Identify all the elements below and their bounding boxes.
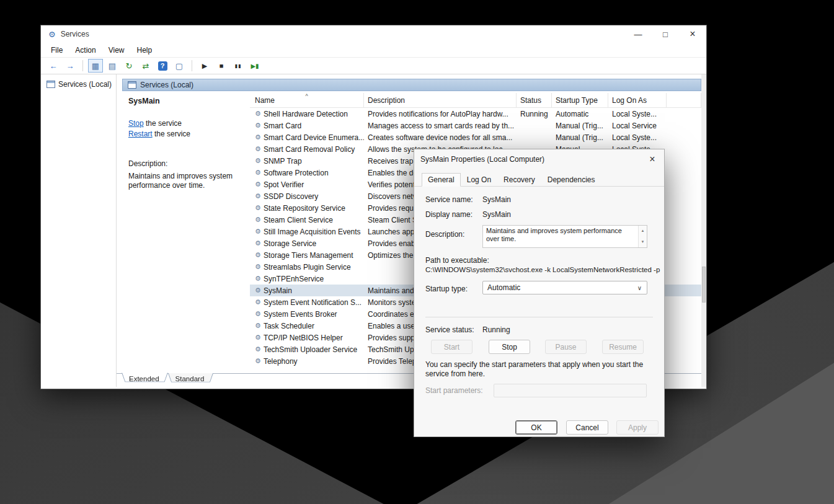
service-gear-icon: ⚙ [255,122,261,130]
tab-label: Extended [129,375,159,382]
table-cell: Local Syste... [608,110,667,118]
stop-service-suffix: the service [144,119,182,128]
panel-header-title: Services (Local) [140,81,193,89]
window-title: Services [61,30,89,38]
console-window-icon [47,81,55,88]
column-header-log-on-as[interactable]: Log On As [608,93,667,107]
start-button[interactable]: Start [431,340,472,354]
restart-service-icon[interactable]: ▶▮ [247,59,262,73]
cancel-button[interactable]: Cancel [566,420,608,435]
refresh-icon[interactable]: ↻ [122,59,136,73]
dialog-titlebar: SysMain Properties (Local Computer) × [414,149,664,169]
dialog-title: SysMain Properties (Local Computer) [420,155,544,164]
table-row[interactable]: ⚙Shell Hardware DetectionProvides notifi… [250,108,701,120]
startup-type-value: Automatic [487,283,520,292]
restart-service-line: Restart the service [128,130,244,138]
restart-service-link[interactable]: Restart [128,130,153,138]
service-gear-icon: ⚙ [255,286,261,294]
service-name-value: SysMain [482,195,511,204]
table-cell: Manual (Trig... [552,122,608,130]
stop-button[interactable]: Stop [489,340,530,354]
description-scrollbar[interactable]: ▲ ▼ [638,226,647,247]
vertical-scrollbar[interactable] [701,74,706,387]
service-gear-icon: ⚙ [255,275,261,283]
menu-view[interactable]: View [102,44,131,56]
column-header-label: Startup Type [556,96,598,105]
dialog-close-icon[interactable]: × [641,149,664,169]
service-gear-icon: ⚙ [255,204,261,212]
table-cell: ⚙Software Protection [250,169,364,177]
service-gear-icon: ⚙ [255,157,261,165]
scrollbar-thumb[interactable] [702,267,706,303]
pause-button[interactable]: Pause [545,340,587,354]
column-header-startup-type[interactable]: Startup Type [552,93,608,107]
show-hide-console-tree-icon[interactable]: ▦ [88,59,103,73]
tab-dependencies[interactable]: Dependencies [541,173,601,187]
service-status-label: Service status: [425,325,474,334]
back-icon[interactable]: ← [46,59,61,73]
apply-button[interactable]: Apply [616,420,659,435]
resume-button[interactable]: Resume [602,340,644,354]
export-icon[interactable]: ⇄ [138,59,153,73]
scroll-up-icon[interactable]: ▲ [641,227,645,235]
path-to-executable-value: C:\WINDOWS\system32\svchost.exe -k Local… [425,266,660,273]
table-cell: ⚙SysMain [250,286,364,295]
table-cell: Creates software device nodes for all sm… [364,133,517,142]
column-header-status[interactable]: Status [517,93,552,107]
table-cell: ⚙SSDP Discovery [250,192,364,201]
description-label: Description: [425,230,464,239]
toolbar-separator [82,60,83,71]
table-cell: Automatic [552,110,608,118]
service-gear-icon: ⚙ [255,334,261,342]
table-cell: ⚙Telephony [250,357,364,366]
menu-file[interactable]: File [45,44,69,56]
tab-general[interactable]: General [422,173,461,187]
panel-header: Services (Local) [122,79,701,91]
tree-item-services-local[interactable]: Services (Local) [43,78,116,91]
forward-icon[interactable]: → [63,59,78,73]
stop-service-link[interactable]: Stop [128,119,144,128]
tab-standard[interactable]: Standard [168,373,213,384]
table-cell: ⚙TCP/IP NetBIOS Helper [250,334,364,342]
services-app-icon: ⚙ [48,30,56,39]
close-button[interactable]: × [679,25,706,43]
column-header-label: Name [255,96,275,105]
menu-help[interactable]: Help [131,44,159,56]
stop-service-icon[interactable]: ■ [214,59,229,73]
table-cell: ⚙Smart Card [250,122,364,130]
tab-extended[interactable]: Extended [122,373,168,384]
list-header-row: ^ Name Description Status Startup Type L… [250,93,701,108]
column-header-name[interactable]: ^ Name [250,93,364,107]
tab-log-on[interactable]: Log On [461,173,497,187]
service-gear-icon: ⚙ [255,228,261,236]
table-row[interactable]: ⚙Smart Card Device Enumera...Creates sof… [250,131,701,143]
window-titlebar: ⚙ Services — □ × [41,25,706,43]
stop-service-line: Stop the service [128,119,244,128]
show-hide-action-pane-icon[interactable]: ▢ [172,59,187,73]
description-textbox[interactable]: Maintains and improves system performanc… [482,225,647,248]
ok-button[interactable]: OK [515,420,557,435]
table-cell: ⚙TechSmith Uploader Service [250,345,364,354]
service-gear-icon: ⚙ [255,310,261,318]
pause-service-icon[interactable]: ▮▮ [231,59,246,73]
table-row[interactable]: ⚙Smart CardManages access to smart cards… [250,120,701,131]
menu-action[interactable]: Action [69,44,102,56]
maximize-button[interactable]: □ [652,25,679,43]
service-gear-icon: ⚙ [255,169,261,177]
scroll-down-icon[interactable]: ▼ [641,238,645,246]
extended-info-pane: SysMain Stop the service Restart the ser… [122,93,250,373]
minimize-button[interactable]: — [624,25,652,43]
table-cell: Local Service [608,122,667,130]
help-icon[interactable]: ? [155,59,170,73]
table-cell: ⚙Storage Tiers Management [250,251,364,260]
restart-service-suffix: the service [153,130,190,138]
start-service-icon[interactable]: ▶ [197,59,212,73]
service-gear-icon: ⚙ [255,145,261,153]
tab-recovery[interactable]: Recovery [497,173,541,187]
table-cell: ⚙Storage Service [250,239,364,248]
service-name-label: Service name: [425,195,473,204]
export-list-icon[interactable]: ▤ [105,59,120,73]
column-header-description[interactable]: Description [364,93,517,107]
start-parameters-input[interactable] [494,384,647,397]
startup-type-dropdown[interactable]: Automatic ∨ [482,281,647,294]
